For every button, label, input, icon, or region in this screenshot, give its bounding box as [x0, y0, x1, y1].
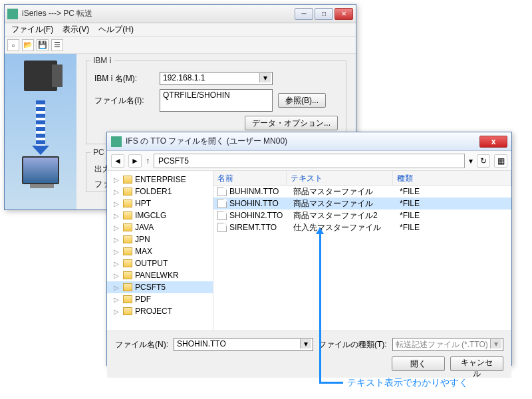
- close-button[interactable]: ✕: [334, 8, 353, 20]
- folder-icon: [123, 223, 132, 231]
- open-button[interactable]: 開く: [392, 356, 445, 371]
- col-text[interactable]: テキスト: [287, 171, 393, 185]
- annotation-arrow: [319, 233, 321, 383]
- window-title: iSeries ---> PC 転送: [22, 8, 295, 19]
- tree-item[interactable]: ▷HPT: [107, 198, 213, 209]
- folder-icon: [123, 247, 132, 255]
- menubar: ファイル(F) 表示(V) ヘルプ(H): [5, 23, 356, 37]
- browse-button[interactable]: 参照(B)...: [278, 93, 326, 108]
- dropdown-icon[interactable]: ▾: [469, 156, 473, 166]
- file-icon: [217, 187, 227, 196]
- annotation-arrow-h: [319, 382, 343, 384]
- menu-view[interactable]: 表示(V): [59, 23, 93, 37]
- minimize-button[interactable]: ─: [295, 8, 313, 20]
- file-list-header: 名前 テキスト 種類: [213, 171, 511, 186]
- file-row[interactable]: BUHINM.TTO部品マスターファイル*FILE: [213, 186, 511, 198]
- folder-icon: [123, 295, 132, 303]
- dialog-icon: [111, 136, 122, 147]
- file-icon: [217, 223, 227, 232]
- file-icon: [217, 199, 227, 208]
- folder-icon: [123, 200, 132, 207]
- tree-item[interactable]: ▷PDF: [107, 293, 213, 305]
- file-open-dialog: IFS の TTO ファイルを開く (ユーザー MN00) x ◄ ► ↑ PC…: [106, 132, 512, 366]
- arrow-down-icon: [36, 100, 45, 147]
- file-list[interactable]: 名前 テキスト 種類 BUHINM.TTO部品マスターファイル*FILESHOH…: [213, 171, 511, 331]
- save-icon[interactable]: 💾: [37, 39, 49, 51]
- maximize-button[interactable]: □: [315, 8, 333, 20]
- tree-item[interactable]: ▷MAX: [107, 245, 213, 257]
- ibmi-file-input[interactable]: QTRFILE/SHOHIN: [160, 89, 273, 112]
- file-icon: [217, 211, 227, 220]
- tree-item[interactable]: ▷IMGCLG: [107, 209, 213, 221]
- filename-combo[interactable]: SHOHIN.TTO: [174, 338, 313, 351]
- file-row[interactable]: SHOHIN2.TTO商品マスターファイル2*FILE: [213, 209, 511, 221]
- tree-item[interactable]: ▷JAVA: [107, 221, 213, 233]
- annotation-text: テキスト表示でわかりやすく: [347, 377, 468, 389]
- ibmi-name-label: IBM i 名(M):: [94, 73, 154, 84]
- pc-icon: [22, 156, 59, 184]
- folder-icon: [123, 283, 132, 291]
- menu-file[interactable]: ファイル(F): [7, 23, 57, 37]
- filename-label: ファイル名(N):: [115, 339, 168, 350]
- ibmi-name-combo[interactable]: 192.168.1.1: [160, 72, 273, 85]
- filetype-label: ファイルの種類(T):: [319, 339, 387, 350]
- tree-item[interactable]: ▷FOLDER1: [107, 186, 213, 198]
- up-icon[interactable]: ↑: [146, 156, 150, 166]
- view-button[interactable]: ▦: [494, 154, 507, 168]
- server-icon: [24, 61, 57, 91]
- menu-help[interactable]: ヘルプ(H): [94, 23, 138, 37]
- tree-item[interactable]: ▷PROJECT: [107, 305, 213, 317]
- cancel-button[interactable]: キャンセル: [450, 356, 503, 371]
- col-kind[interactable]: 種類: [393, 171, 511, 185]
- back-button[interactable]: ◄: [111, 154, 124, 168]
- tree-item[interactable]: ▷PCSFT5: [107, 281, 213, 293]
- col-name[interactable]: 名前: [213, 171, 287, 185]
- app-icon: [7, 9, 18, 19]
- tree-item[interactable]: ▷JPN: [107, 233, 213, 245]
- pc-legend: PC: [90, 148, 107, 157]
- filetype-combo[interactable]: 転送記述ファイル (*.TTO): [392, 338, 503, 351]
- folder-icon: [123, 211, 132, 219]
- tree-item[interactable]: ▷OUTPUT: [107, 257, 213, 269]
- toolbar: ▫ 📂 💾 ☰: [5, 37, 356, 54]
- tree-item[interactable]: ▷PANELWKR: [107, 269, 213, 281]
- new-icon[interactable]: ▫: [7, 39, 19, 51]
- titlebar[interactable]: iSeries ---> PC 転送 ─ □ ✕: [5, 5, 356, 23]
- data-options-button[interactable]: データ・オプション...: [245, 116, 338, 130]
- folder-icon: [123, 235, 132, 243]
- path-box[interactable]: PCSFT5: [154, 154, 465, 168]
- open-icon[interactable]: 📂: [22, 39, 34, 51]
- ibmi-legend: IBM i: [90, 56, 114, 65]
- file-row[interactable]: SIREMT.TTO仕入先マスターファイル*FILE: [213, 221, 511, 233]
- nav-row: ◄ ► ↑ PCSFT5 ▾ ↻ ▦: [107, 151, 511, 171]
- folder-icon: [123, 176, 132, 184]
- props-icon[interactable]: ☰: [51, 39, 63, 51]
- dialog-title: IFS の TTO ファイルを開く (ユーザー MN00): [126, 136, 479, 147]
- forward-button[interactable]: ►: [128, 154, 142, 168]
- folder-icon: [123, 188, 132, 196]
- folder-icon: [123, 259, 132, 267]
- file-row[interactable]: SHOHIN.TTO商品マスターファイル*FILE: [213, 198, 511, 209]
- refresh-button[interactable]: ↻: [477, 154, 490, 168]
- dialog-close-button[interactable]: x: [479, 136, 507, 148]
- folder-tree[interactable]: ▷ENTERPRISE▷FOLDER1▷HPT▷IMGCLG▷JAVA▷JPN▷…: [107, 171, 213, 331]
- transfer-graphic: [5, 54, 76, 209]
- ibmi-file-label: ファイル名(I):: [94, 95, 154, 106]
- folder-icon: [123, 307, 132, 315]
- tree-item[interactable]: ▷ENTERPRISE: [107, 174, 213, 186]
- folder-icon: [123, 271, 132, 279]
- dialog-titlebar[interactable]: IFS の TTO ファイルを開く (ユーザー MN00) x: [107, 132, 511, 151]
